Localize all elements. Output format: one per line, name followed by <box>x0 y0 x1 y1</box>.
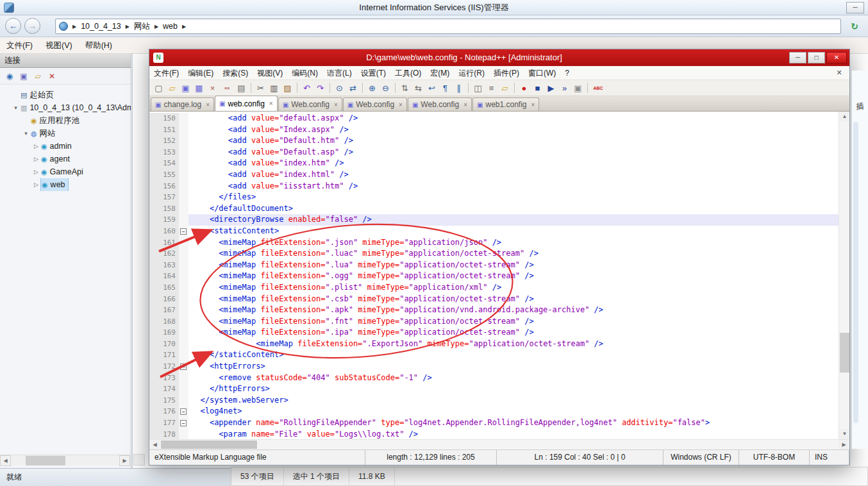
delete-connection-icon[interactable]: ✕ <box>46 71 58 82</box>
folder-as-workspace-icon[interactable]: ▱ <box>499 82 511 94</box>
scroll-down-icon[interactable]: ▼ <box>839 429 849 439</box>
show-all-characters-icon[interactable]: ¶ <box>439 82 451 94</box>
undo-icon[interactable]: ↶ <box>301 82 313 94</box>
code-line-155[interactable]: 155 <add value="index.html" /> <box>149 169 839 181</box>
code-line-158[interactable]: 158 </defaultDocument> <box>149 203 839 215</box>
print-icon[interactable]: ▤ <box>235 82 247 94</box>
npp-minimize-button[interactable]: ─ <box>789 52 806 63</box>
code-line-174[interactable]: 174 </httpErrors> <box>149 383 839 395</box>
code-line-167[interactable]: 167 <mimeMap fileExtension=".apk" mimeTy… <box>149 305 839 316</box>
npp-menu-item-1[interactable]: 编辑(E) <box>183 66 218 80</box>
tree-expander-icon[interactable]: ▷ <box>32 178 40 191</box>
iis-minimize-button[interactable]: ─ <box>846 2 864 13</box>
redo-icon[interactable]: ↷ <box>314 82 326 94</box>
iis-menu-item-0[interactable]: 文件(F) <box>0 37 39 54</box>
status-insert-mode[interactable]: INS <box>810 450 849 465</box>
scroll-right-icon[interactable]: ▶ <box>839 440 849 449</box>
tree-item-GameApi[interactable]: ▷◉GameApi <box>0 165 131 178</box>
document-map-icon[interactable]: ◫ <box>472 82 484 94</box>
run-macro-multiple-icon[interactable]: » <box>558 82 571 94</box>
tab-web1.config[interactable]: ▣web1.config× <box>472 97 539 111</box>
status-encoding[interactable]: UTF-8-BOM <box>739 450 810 465</box>
spell-check-icon[interactable]: ABC <box>591 82 605 94</box>
sync-horizontal-icon[interactable]: ⇆ <box>412 82 424 94</box>
tab-web.config[interactable]: ▣web.config× <box>215 96 278 111</box>
tree-expander-icon[interactable]: ▾ <box>12 101 20 114</box>
scroll-left-icon[interactable]: ◀ <box>0 455 11 466</box>
code-line-152[interactable]: 152 <add value="Default.htm" /> <box>149 135 839 147</box>
fold-collapse-icon[interactable]: − <box>180 420 187 426</box>
fold-collapse-icon[interactable]: − <box>180 228 187 235</box>
code-line-161[interactable]: 161 <mimeMap fileExtension=".json" mimeT… <box>149 237 839 249</box>
save-macro-icon[interactable]: ▣ <box>572 82 584 94</box>
tree-item-web[interactable]: ▷◉web <box>0 178 131 191</box>
code-line-154[interactable]: 154 <add value="index.htm" /> <box>149 158 839 169</box>
npp-menu-item-5[interactable]: 语言(L) <box>322 66 356 80</box>
address-bar[interactable]: ▶10_0_4_13▶网站▶web▶ <box>55 19 841 34</box>
code-line-165[interactable]: 165 <mimeMap fileExtension=".plist" mime… <box>149 282 839 294</box>
function-list-icon[interactable]: ≡ <box>485 82 497 94</box>
iis-menu-item-1[interactable]: 视图(V) <box>39 37 79 54</box>
code-line-168[interactable]: 168 <mimeMap fileExtension=".fnt" mimeTy… <box>149 316 839 328</box>
tree-expander-icon[interactable]: ▾ <box>22 127 30 140</box>
stop-macro-icon[interactable]: ■ <box>531 82 544 94</box>
replace-icon[interactable]: ⇄ <box>347 82 359 94</box>
code-line-163[interactable]: 163 <mimeMap fileExtension=".lua" mimeTy… <box>149 260 839 271</box>
tab-Web.config[interactable]: ▣Web.config× <box>343 97 407 111</box>
tree-item-起始页[interactable]: ▤起始页 <box>0 88 131 101</box>
indent-guide-icon[interactable]: ∥ <box>453 82 465 94</box>
tab-Web.config[interactable]: ▣Web.config× <box>408 97 472 111</box>
close-all-icon[interactable]: ×× <box>220 82 234 94</box>
connections-hscrollbar[interactable]: ◀ ▶ <box>0 455 130 465</box>
editor-vscrollbar[interactable]: ▲ ▼ <box>839 112 849 439</box>
code-line-156[interactable]: 156 <add value="iisstart.htm" /> <box>149 181 839 192</box>
npp-menu-item-10[interactable]: 插件(P) <box>489 66 524 80</box>
tab-close-icon[interactable]: × <box>399 101 403 108</box>
tree-expander-icon[interactable]: ▷ <box>32 165 40 178</box>
npp-menu-item-2[interactable]: 搜索(S) <box>218 66 253 80</box>
npp-menu-item-11[interactable]: 窗口(W) <box>524 66 560 80</box>
code-line-162[interactable]: 162 <mimeMap fileExtension=".luac" mimeT… <box>149 248 839 260</box>
tab-close-icon[interactable]: × <box>334 101 338 108</box>
fold-collapse-icon[interactable]: − <box>180 364 187 370</box>
back-button[interactable]: ← <box>5 18 21 34</box>
copy-icon[interactable]: ▥ <box>268 82 280 94</box>
tab-change.log[interactable]: ▣change.log× <box>151 97 214 111</box>
connect-server-icon[interactable]: ◉ <box>4 71 15 82</box>
tree-item-10_0_4_13 (10_0_4_13\Adm[interactable]: ▾▥10_0_4_13 (10_0_4_13\Adm <box>0 101 131 114</box>
breadcrumb-item[interactable]: 网站 <box>134 21 150 32</box>
code-line-159[interactable]: 159 <directoryBrowse enabled="false" /> <box>149 214 839 226</box>
code-line-175[interactable]: 175 </system.webServer> <box>149 395 839 406</box>
sync-vertical-icon[interactable]: ⇅ <box>399 82 411 94</box>
tree-item-admin[interactable]: ▷◉admin <box>0 140 131 153</box>
code-line-173[interactable]: 173 <remove statusCode="404" subStatusCo… <box>149 373 839 384</box>
zoom-in-icon[interactable]: ⊕ <box>366 82 378 94</box>
forward-button[interactable]: → <box>24 18 40 34</box>
tree-expander-icon[interactable]: ▷ <box>32 140 40 153</box>
breadcrumb-item[interactable]: 10_0_4_13 <box>81 22 121 31</box>
npp-menu-item-0[interactable]: 文件(F) <box>149 66 183 80</box>
open-file-icon[interactable]: ▱ <box>166 82 178 94</box>
word-wrap-icon[interactable]: ↩ <box>426 82 438 94</box>
tab-close-icon[interactable]: × <box>269 100 273 107</box>
zoom-out-icon[interactable]: ⊖ <box>380 82 392 94</box>
paste-icon[interactable]: ▨ <box>281 82 294 94</box>
save-icon[interactable]: ▣ <box>179 82 192 94</box>
editor-hscrollbar[interactable]: ◀ ▶ <box>149 439 849 449</box>
npp-menu-item-12[interactable]: ? <box>560 66 574 80</box>
tab-close-icon[interactable]: × <box>206 101 210 108</box>
code-editor[interactable]: 150 <add value="default.aspx" />151 <add… <box>149 112 849 439</box>
cut-icon[interactable]: ✂ <box>255 82 267 94</box>
npp-maximize-button[interactable]: □ <box>808 52 825 63</box>
close-file-icon[interactable]: × <box>206 82 219 94</box>
tree-item-agent[interactable]: ▷◉agent <box>0 153 131 165</box>
code-line-164[interactable]: 164 <mimeMap fileExtension=".ogg" mimeTy… <box>149 271 839 282</box>
npp-menu-item-3[interactable]: 视图(V) <box>253 66 287 80</box>
npp-menu-item-4[interactable]: 编码(N) <box>287 66 322 80</box>
code-line-172[interactable]: 172− <httpErrors> <box>149 361 839 373</box>
code-line-150[interactable]: 150 <add value="default.aspx" /> <box>149 113 839 124</box>
npp-menu-item-6[interactable]: 设置(T) <box>356 66 390 80</box>
code-line-166[interactable]: 166 <mimeMap fileExtension=".csb" mimeTy… <box>149 294 839 305</box>
menubar-close-icon[interactable]: ✕ <box>834 68 844 78</box>
code-line-171[interactable]: 171 </staticContent> <box>149 349 839 361</box>
